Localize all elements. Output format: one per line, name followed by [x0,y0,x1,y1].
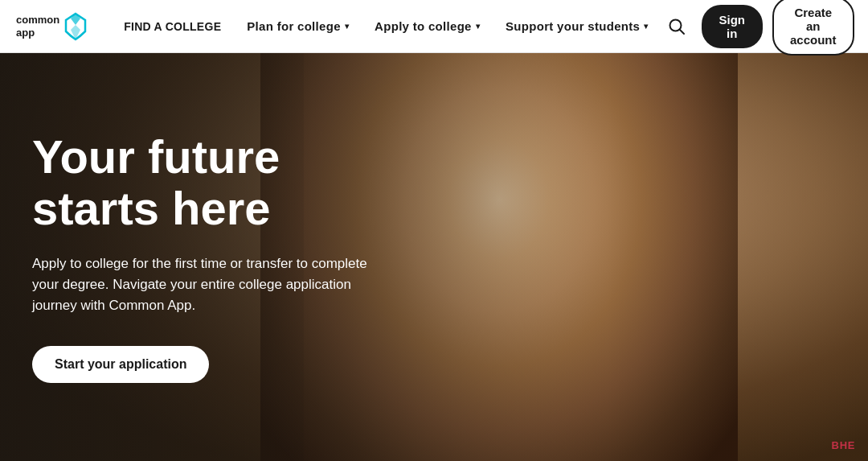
nav-item-find-college[interactable]: FIND A COLLEGE [111,0,234,53]
chevron-down-icon: ▾ [644,22,648,31]
logo-text: commonapp [16,14,59,39]
nav-item-plan-for-college[interactable]: Plan for college ▾ [234,0,362,53]
search-button[interactable] [661,11,692,42]
create-account-button[interactable]: Create an account [772,0,854,56]
svg-line-1 [679,29,684,34]
nav-item-support-students[interactable]: Support your students ▾ [493,0,661,53]
hero-section: Your future starts here Apply to college… [0,53,868,461]
navbar: commonapp FIND A COLLEGE Plan for colleg… [0,0,868,53]
hero-headline: Your future starts here [32,131,418,234]
hero-subtext: Apply to college for the first time or t… [32,253,370,317]
start-application-button[interactable]: Start your application [32,346,209,383]
chevron-down-icon: ▾ [345,22,349,31]
nav-actions: Sign in Create an account [661,0,854,56]
nav-links: FIND A COLLEGE Plan for college ▾ Apply … [111,0,661,53]
chevron-down-icon: ▾ [476,22,480,31]
hero-content: Your future starts here Apply to college… [0,53,868,461]
sign-in-button[interactable]: Sign in [702,5,764,48]
watermark: BHE [832,439,855,451]
search-icon [668,18,686,35]
logo[interactable]: commonapp [16,12,87,41]
logo-icon [64,12,87,41]
nav-item-apply-to-college[interactable]: Apply to college ▾ [362,0,493,53]
